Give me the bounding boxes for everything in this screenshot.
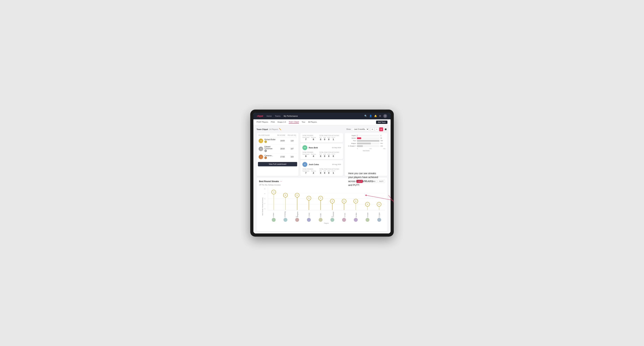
streak-line-billingham	[297, 197, 297, 210]
avatar-2: EC	[259, 147, 263, 151]
add-team-button[interactable]: Add Team	[376, 121, 388, 124]
player-card-rees: RB Rees Britt 02 Sep 2023 Total Rounds	[300, 144, 343, 159]
card-view-btn[interactable]: ▤	[379, 127, 383, 131]
streak-bubble-quick: 3x	[377, 202, 381, 206]
col-player-name: PLAYER NAME	[259, 134, 277, 136]
bottom-title: Best Round Streaks ←	[259, 180, 282, 183]
card-header-josh: JC Josh Coles 26 Aug 2023	[302, 162, 341, 167]
bar-fill-dbogeys	[357, 145, 363, 147]
arg-label: ARG	[328, 137, 330, 138]
list-view-btn[interactable]: ≡	[375, 127, 379, 131]
bar-track-birdies	[357, 137, 380, 139]
period-select[interactable]: Last 3 months	[352, 127, 369, 131]
practice-label: Practice	[311, 137, 316, 138]
person-icon[interactable]: 👤	[369, 115, 372, 117]
tournament-label: Tournament	[302, 137, 310, 138]
bar-value-birdies: 96	[380, 137, 385, 139]
player-name-1: Richard Butler	[264, 139, 276, 141]
streak-col-ebert: 7x	[272, 190, 276, 210]
subnav-team-clippd[interactable]: Team Clippd	[289, 121, 299, 124]
y-tick-8: 8	[264, 188, 265, 189]
player-avatar-coles	[307, 218, 311, 222]
nav-teams[interactable]: Teams	[275, 115, 280, 117]
player-label-quick: C. Quick	[379, 211, 380, 217]
score-2: 18/20	[277, 148, 288, 150]
bell-icon[interactable]: 🔔	[374, 115, 377, 117]
streak-line-britt	[320, 200, 321, 210]
player-avatar-crossman	[330, 218, 334, 222]
show-label: Show	[346, 128, 351, 130]
player-label-coles: J. Coles	[308, 211, 310, 217]
total-rounds-group: Total Rounds Tournament 7 Practice	[302, 135, 316, 141]
bar-track-eagles	[357, 135, 380, 137]
streak-col-coles: 5x	[306, 196, 311, 210]
player-name-3: Cameron...	[264, 155, 273, 157]
avatar-3: C	[259, 155, 263, 159]
streak-line-ebert	[274, 194, 274, 210]
practice-value: 6	[313, 138, 314, 141]
chart-view-btn[interactable]: ⬛	[384, 127, 388, 131]
putt-label: PUTT	[332, 137, 335, 138]
subnav-hcaps[interactable]: Hcaps 1-5	[278, 121, 286, 123]
col-pb-score: PB SCORE	[277, 134, 288, 136]
bar-track-pars	[357, 140, 380, 142]
arg-value: 0	[328, 138, 330, 141]
rounds-josh: Total Rounds Tournament 7 Practice	[302, 168, 341, 174]
y-tick-0: 0	[264, 208, 265, 209]
card-name-rees: Rees Britt	[309, 147, 318, 149]
rounds-rees: Total Rounds Tournament 8 Practice	[302, 152, 341, 158]
app-col: APP 0	[324, 137, 326, 141]
chart-grid: 0 2 4 6 8 7x	[268, 187, 385, 210]
rounds-sub: Tournament 7 Practice 6	[302, 137, 316, 141]
streak-line-crossman	[332, 203, 332, 210]
streak-bars: 7x 6x 6x	[268, 187, 385, 210]
bar-row-dbogeys: D. Bogeys + 131	[347, 145, 385, 147]
streak-col-ford: 4x	[342, 199, 346, 210]
player-label-crossman: E. Crossman	[332, 211, 334, 217]
x-label-400: 400	[383, 148, 385, 149]
app-value: 0	[324, 138, 325, 141]
content-grid: PLAYER NAME PB SCORE PB AVG SQ RB Richar…	[256, 133, 388, 176]
subnav-pgat[interactable]: PGAT Players	[256, 121, 268, 123]
bar-row-birdies: Birdies 96	[347, 137, 385, 139]
total-rounds-label: Total Rounds	[302, 135, 316, 136]
grid-view-btn[interactable]: ⊞	[370, 127, 374, 131]
view-leaderboard-button[interactable]: View Full Leaderboard	[258, 162, 297, 166]
pc-name-rees: RB Rees Britt	[302, 145, 318, 150]
search-icon[interactable]: 🔍	[364, 115, 367, 117]
settings-icon[interactable]: ⚙	[379, 115, 381, 117]
bar-label-dbogeys: D. Bogeys +	[347, 145, 356, 147]
practice-activities-label: Total Practice Activities	[320, 135, 339, 136]
card-header-rees: RB Rees Britt 02 Sep 2023	[302, 145, 341, 150]
bar-label-eagles: Eagles	[347, 135, 356, 136]
nav-my-performance[interactable]: My Performance	[284, 115, 298, 117]
table-row: EC Edward Crossman 2 18/20 107	[258, 145, 297, 154]
edit-icon[interactable]: ✏️	[279, 128, 282, 130]
practice-cols: OTT 0 APP 0 ARG	[320, 137, 339, 141]
tournament-value: 7	[305, 138, 306, 141]
streak-bubble-mcharg: 6x	[283, 193, 288, 197]
sub-nav-links: PGAT Players PGA Hcaps 1-5 Team Clippd T…	[256, 121, 317, 124]
avg-2: 107	[288, 148, 296, 150]
x-label-200: 200	[370, 148, 372, 149]
subnav-pga[interactable]: PGA	[271, 121, 275, 123]
subnav-all-players[interactable]: All Players	[308, 121, 317, 123]
ott-label: OTT	[320, 137, 322, 138]
avatar[interactable]: U	[383, 114, 387, 118]
streak-bubble-ford: 4x	[342, 199, 346, 203]
annotation-line4: and PUTT.	[348, 183, 383, 187]
player-info-2: EC Edward Crossman 2	[259, 146, 277, 152]
player-avatar-miller	[354, 218, 358, 222]
arg-col: ARG 0	[328, 137, 330, 141]
bar-value-bogeys: 311	[380, 143, 385, 144]
player-name-2: Edward Crossman	[264, 146, 277, 150]
streak-col-mcharg: 6x	[283, 193, 288, 210]
player-avatar-quick	[377, 218, 381, 222]
x-label-0: 0	[357, 148, 358, 149]
score-1: 19/20	[277, 140, 288, 142]
subnav-tour[interactable]: Tour	[302, 121, 305, 123]
annotation-line1: Here you can see streaks	[348, 172, 383, 175]
team-header: Team Clippd 14 Players ✏️ Show Last 3 mo…	[256, 127, 388, 131]
nav-home[interactable]: Home	[266, 115, 272, 117]
team-controls: Show Last 3 months ⊞ ≡ ▤ ⬛	[346, 127, 388, 131]
